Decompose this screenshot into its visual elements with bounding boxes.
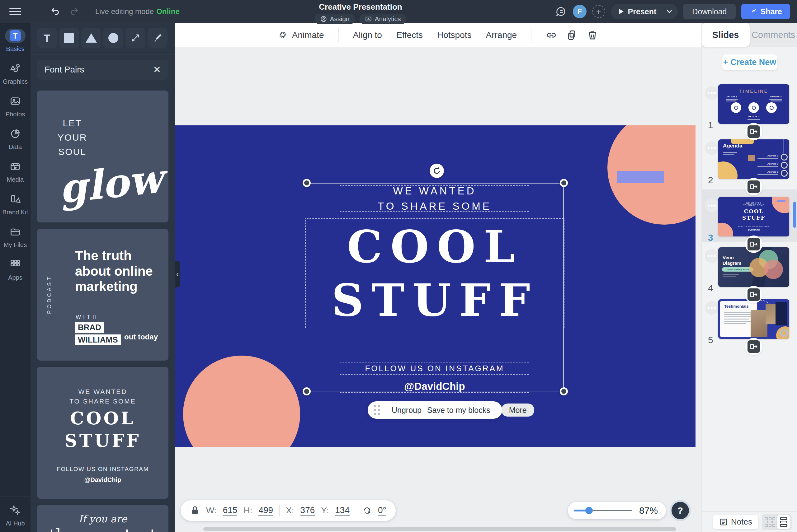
undo-button[interactable] bbox=[51, 6, 60, 17]
sidebar-item-apps[interactable]: Apps bbox=[8, 257, 22, 281]
slide-2-transition-button[interactable] bbox=[745, 178, 762, 195]
font-pair-card-glow[interactable]: LET YOUR SOUL glow bbox=[37, 91, 168, 223]
slide-footer-text[interactable]: FOLLOW US ON INSTAGRAM bbox=[340, 362, 529, 375]
save-to-blocks-button[interactable]: Save to my blocks bbox=[427, 406, 490, 415]
rotate-handle[interactable] bbox=[430, 164, 444, 178]
slide-title-text[interactable]: COOL STUFF bbox=[305, 218, 564, 328]
panel-scrollbar[interactable] bbox=[793, 202, 796, 228]
slide-4-number: 4 bbox=[708, 283, 713, 293]
tab-comments[interactable]: Comments bbox=[750, 23, 797, 47]
zoom-slider-thumb[interactable] bbox=[585, 507, 593, 514]
rectangle-tool-button[interactable] bbox=[59, 28, 79, 48]
effects-button[interactable]: Effects bbox=[396, 30, 423, 40]
slide-4-thumbnail[interactable]: Venn Diagram Content Strategy Basics bbox=[718, 247, 789, 287]
card3-eyebrow: WE WANTED TO SHARE SOME bbox=[37, 387, 168, 406]
tab-slides[interactable]: Slides bbox=[702, 23, 750, 47]
card3-title2: STUFF bbox=[37, 430, 168, 451]
slide-eyebrow-text[interactable]: WE WANTED TO SHARE SOME bbox=[340, 186, 529, 212]
more-button[interactable]: More bbox=[502, 403, 534, 417]
grid-view-button[interactable] bbox=[763, 515, 777, 529]
animate-button[interactable]: Animate bbox=[278, 30, 324, 40]
menu-button[interactable] bbox=[10, 8, 21, 16]
slide-3-thumbnail[interactable]: WE WANTED TO SHARE SOME COOL STUFF FOLLO… bbox=[718, 197, 789, 236]
arrow-icon bbox=[130, 33, 141, 43]
slide-handle-text[interactable]: @DavidChip bbox=[340, 380, 529, 393]
create-new-button[interactable]: + Create New bbox=[722, 54, 777, 70]
sidebar-item-ai-hub[interactable]: AI Hub bbox=[6, 503, 24, 527]
sidebar-item-brand-kit[interactable]: Brand Kit bbox=[2, 192, 28, 216]
list-view-button[interactable] bbox=[777, 515, 791, 529]
share-button[interactable]: Share bbox=[741, 4, 790, 19]
card4-intro: If you are bbox=[37, 513, 168, 525]
document-title[interactable]: Creative Presentation bbox=[314, 2, 406, 12]
ungroup-button[interactable]: Ungroup bbox=[392, 406, 422, 415]
horizontal-scrollbar[interactable] bbox=[203, 527, 676, 531]
present-button[interactable]: Present bbox=[611, 4, 678, 19]
triangle-tool-button[interactable] bbox=[81, 28, 101, 48]
pen-icon bbox=[152, 33, 163, 43]
sidebar-item-my-files[interactable]: My Files bbox=[4, 225, 27, 249]
selection-handle-bottom-right[interactable] bbox=[560, 387, 568, 395]
analytics-button[interactable]: Analytics bbox=[359, 14, 407, 24]
slide-5-thumbnail[interactable]: Testimonials bbox=[718, 299, 789, 339]
sidebar-item-media[interactable]: Media bbox=[7, 159, 24, 183]
link-icon bbox=[546, 30, 557, 41]
collapse-panel-button[interactable]: ‹ bbox=[175, 261, 180, 287]
zoom-slider[interactable] bbox=[576, 510, 632, 511]
x-value[interactable]: 376 bbox=[300, 505, 315, 516]
hotspots-button[interactable]: Hotspots bbox=[437, 30, 472, 40]
slide-3-options-button[interactable] bbox=[705, 199, 719, 212]
slide-decor-rectangle[interactable] bbox=[617, 171, 664, 183]
link-button[interactable] bbox=[546, 30, 557, 41]
sidebar-item-data[interactable]: Data bbox=[9, 127, 22, 151]
line-tool-button[interactable] bbox=[126, 28, 145, 48]
more-tools-button[interactable] bbox=[172, 33, 175, 43]
slide-1-options-button[interactable] bbox=[705, 86, 719, 100]
avatar[interactable]: F bbox=[573, 5, 587, 18]
present-dropdown-button[interactable] bbox=[665, 7, 673, 16]
selection-handle-top-right[interactable] bbox=[560, 179, 568, 187]
comments-icon[interactable] bbox=[555, 6, 567, 17]
font-pair-card-cool-stuff[interactable]: WE WANTED TO SHARE SOME COOL STUFF FOLLO… bbox=[37, 367, 168, 499]
ellipse-tool-button[interactable] bbox=[104, 28, 123, 48]
lock-icon[interactable] bbox=[190, 506, 200, 515]
shapes-icon bbox=[10, 61, 21, 76]
slide-1-transition-button[interactable] bbox=[745, 123, 762, 140]
slide-2-options-button[interactable] bbox=[705, 141, 719, 155]
download-button[interactable]: Download bbox=[683, 4, 735, 19]
arrange-button[interactable]: Arrange bbox=[486, 30, 517, 40]
rotation-value[interactable]: 0° bbox=[378, 505, 386, 516]
close-icon[interactable]: ✕ bbox=[153, 65, 161, 74]
font-pair-card-smartest[interactable]: If you are the smartest bbox=[37, 505, 168, 532]
draw-tool-button[interactable] bbox=[148, 28, 167, 48]
duplicate-button[interactable] bbox=[566, 30, 577, 41]
slide-3-transition-button[interactable] bbox=[745, 235, 762, 253]
sidebar-item-graphics[interactable]: Graphics bbox=[3, 61, 28, 85]
card1-script-word: glow bbox=[57, 155, 165, 212]
assign-button[interactable]: Assign bbox=[314, 14, 355, 24]
help-button[interactable]: ? bbox=[670, 500, 691, 521]
height-value[interactable]: 499 bbox=[258, 505, 273, 516]
font-pair-card-podcast[interactable]: PODCAST The truth about online marketing… bbox=[37, 229, 168, 361]
slide-4-options-button[interactable] bbox=[705, 249, 719, 263]
text-tool-button[interactable]: T bbox=[37, 28, 57, 48]
delete-button[interactable] bbox=[587, 30, 598, 41]
y-value[interactable]: 134 bbox=[335, 505, 350, 516]
play-icon bbox=[619, 9, 624, 14]
slide-5-transition-button[interactable] bbox=[745, 338, 762, 355]
add-collaborator-button[interactable]: + bbox=[592, 5, 605, 18]
slide-5-options-button[interactable] bbox=[705, 301, 719, 315]
sidebar-item-photos[interactable]: Photos bbox=[6, 94, 25, 118]
drag-handle-icon[interactable] bbox=[374, 405, 381, 415]
redo-button[interactable] bbox=[69, 6, 79, 17]
selection-handle-bottom-left[interactable] bbox=[303, 387, 311, 395]
width-value[interactable]: 615 bbox=[223, 505, 238, 516]
slide-canvas[interactable]: WE WANTED TO SHARE SOME COOL STUFF FOLLO… bbox=[175, 126, 696, 447]
align-to-button[interactable]: Align to bbox=[353, 30, 382, 40]
selection-handle-top-left[interactable] bbox=[303, 179, 311, 187]
slide-2-thumbnail[interactable]: Agenda Agenda 1 Agenda 2 Agenda 3 bbox=[718, 139, 789, 179]
notes-button[interactable]: Notes bbox=[713, 515, 758, 529]
slide-4-transition-button[interactable] bbox=[745, 286, 762, 303]
sidebar-item-basics[interactable]: T Basics bbox=[5, 28, 25, 53]
slide-1-thumbnail[interactable]: TIMELINE OPTION 1 OPTION 3 OPTION 2 bbox=[718, 84, 789, 124]
